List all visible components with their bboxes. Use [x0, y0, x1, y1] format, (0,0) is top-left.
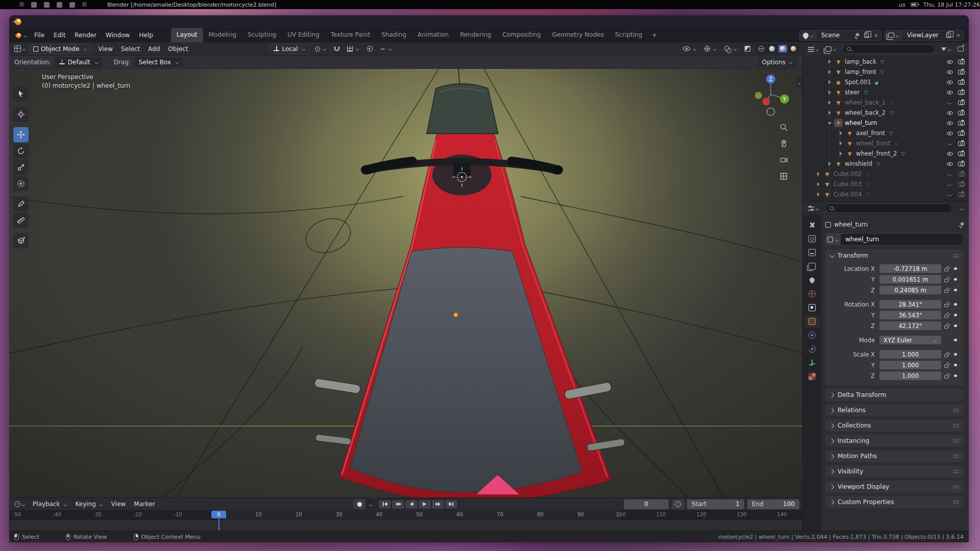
taskbar-app-icon[interactable]: [69, 2, 75, 8]
properties-panel-collapsed[interactable]: Custom Properties: [825, 496, 964, 508]
rotation-mode-dropdown[interactable]: XYZ Euler: [879, 336, 941, 344]
workspace-tab[interactable]: Modeling: [203, 28, 242, 42]
auto-keying-button[interactable]: [353, 499, 365, 509]
show-object-types-dropdown[interactable]: [680, 45, 699, 53]
hide-in-viewport-toggle[interactable]: [946, 173, 953, 176]
frame-end-field[interactable]: End100: [747, 499, 799, 509]
outliner-row[interactable]: ▼ wheel_back_1 ▽: [803, 97, 969, 108]
properties-tab[interactable]: [804, 315, 820, 328]
hide-in-viewport-toggle[interactable]: [946, 81, 953, 84]
disclosure-arrow-icon[interactable]: [840, 131, 842, 135]
camera-view-button[interactable]: [779, 156, 788, 166]
pivot-point-dropdown[interactable]: [312, 45, 329, 53]
workspace-tab[interactable]: Texture Paint: [325, 28, 376, 42]
properties-panel-collapsed[interactable]: Collections: [825, 419, 964, 432]
value-field[interactable]: 1.000: [879, 361, 941, 369]
new-collection-button[interactable]: [955, 45, 966, 53]
hide-in-viewport-toggle[interactable]: [946, 193, 953, 196]
properties-panel-collapsed[interactable]: Motion Paths: [825, 450, 964, 462]
properties-panel-collapsed[interactable]: Relations: [825, 404, 964, 416]
shading-wireframe-button[interactable]: [757, 45, 766, 53]
object-name[interactable]: Cube.003: [834, 181, 862, 188]
scale-tool[interactable]: [13, 160, 29, 175]
add-cube-tool[interactable]: [13, 233, 29, 248]
disclosure-arrow-icon[interactable]: [828, 60, 831, 64]
hide-in-viewport-toggle[interactable]: [946, 60, 953, 64]
outliner-row[interactable]: ▼ lamp_back ▽: [803, 57, 969, 67]
animate-dot[interactable]: [951, 353, 960, 356]
outliner-search-input[interactable]: [843, 44, 935, 54]
object-origin-dot[interactable]: [454, 313, 458, 317]
object-type-icon[interactable]: ▼: [845, 129, 854, 137]
hide-in-viewport-toggle[interactable]: [946, 102, 953, 104]
outliner-row[interactable]: ▼ wheel_front ▽: [803, 138, 969, 148]
move-tool[interactable]: [13, 127, 29, 142]
properties-tab[interactable]: [804, 274, 820, 286]
timeline-menu-item[interactable]: Keying: [71, 499, 107, 509]
taskbar-app-icon[interactable]: [82, 2, 87, 7]
current-frame-badge[interactable]: 0: [211, 511, 226, 518]
value-field[interactable]: 0.24085 m: [879, 286, 941, 294]
view-layer-name[interactable]: ViewLayer: [902, 32, 944, 39]
outliner-editor-type-button[interactable]: [806, 45, 821, 53]
lock-icon[interactable]: [941, 373, 951, 379]
outliner-row[interactable]: ▼ Cube.003 ▽: [803, 179, 969, 189]
axis-ball-minus-y[interactable]: [755, 92, 762, 99]
disable-in-renders-toggle[interactable]: [958, 90, 965, 95]
object-name[interactable]: winshield: [845, 160, 872, 167]
hide-in-viewport-toggle[interactable]: [946, 111, 953, 115]
viewport-menu-item[interactable]: Object: [164, 43, 192, 55]
unlink-scene-button[interactable]: ×: [871, 31, 881, 40]
hide-in-viewport-toggle[interactable]: [946, 152, 953, 156]
object-type-icon[interactable]: ▼: [845, 139, 854, 147]
toggle-ortho-button[interactable]: [779, 172, 788, 182]
lock-icon[interactable]: [941, 277, 951, 282]
keying-options-button[interactable]: [365, 499, 375, 509]
disclosure-arrow-icon[interactable]: [828, 162, 831, 166]
disable-in-renders-toggle[interactable]: [958, 172, 965, 177]
outliner-row[interactable]: ▼ Cube.004 ▽: [803, 189, 969, 199]
value-field[interactable]: 0.001651 m: [879, 275, 941, 284]
outliner-row[interactable]: ▼ axel_front ▽: [803, 128, 969, 138]
viewport-canvas[interactable]: User Perspective (0) motorcycle2 | wheel…: [9, 69, 802, 497]
drag-handle-icon[interactable]: [952, 439, 959, 443]
viewport-menu-item[interactable]: Select: [117, 43, 144, 55]
delta-transform-panel[interactable]: Delta Transform: [825, 389, 964, 401]
object-type-icon[interactable]: ▼: [834, 68, 843, 76]
properties-panel-collapsed[interactable]: Instancing: [825, 435, 964, 447]
properties-panel-collapsed[interactable]: Viewport Display: [825, 481, 964, 493]
workspace-tab[interactable]: Rendering: [454, 28, 497, 42]
menu-item[interactable]: File: [30, 30, 49, 41]
outliner-row[interactable]: ▼ wheel_back_2 ▽: [803, 108, 969, 118]
object-name[interactable]: steer: [845, 89, 860, 96]
disable-in-renders-toggle[interactable]: [958, 70, 965, 74]
disable-in-renders-toggle[interactable]: [958, 60, 965, 64]
disable-in-renders-toggle[interactable]: [958, 141, 965, 146]
properties-tab[interactable]: [804, 260, 820, 272]
properties-tab[interactable]: [804, 329, 820, 341]
object-browse-button[interactable]: [825, 233, 841, 245]
properties-tab[interactable]: [804, 370, 820, 383]
timeline-editor-type-button[interactable]: [12, 500, 28, 508]
scene-browse-button[interactable]: [800, 31, 816, 40]
overlays-dropdown[interactable]: [722, 44, 740, 54]
animate-dot[interactable]: [951, 303, 960, 306]
measure-tool[interactable]: [13, 213, 29, 228]
disable-in-renders-toggle[interactable]: [958, 162, 965, 166]
transform-orientation-dropdown[interactable]: Local: [270, 44, 309, 54]
outliner-row[interactable]: + wheel_turn: [803, 118, 969, 128]
jump-to-end-button[interactable]: [445, 500, 457, 509]
properties-tab[interactable]: [804, 302, 820, 314]
blender-menu-button[interactable]: [12, 30, 30, 40]
object-name[interactable]: lamp_back: [845, 58, 876, 65]
disable-in-renders-toggle[interactable]: [958, 121, 965, 126]
object-type-icon[interactable]: ▼: [834, 88, 843, 96]
drag-setting-dropdown[interactable]: Select Box: [135, 57, 183, 67]
lock-icon[interactable]: [941, 313, 951, 318]
properties-options-button[interactable]: [957, 206, 966, 211]
workspace-tab[interactable]: Compositing: [497, 28, 546, 42]
object-type-icon[interactable]: ▼: [834, 160, 843, 168]
snap-settings-dropdown[interactable]: [345, 44, 362, 53]
cursor-tool[interactable]: [13, 107, 29, 122]
object-name[interactable]: wheel_turn: [845, 119, 877, 127]
